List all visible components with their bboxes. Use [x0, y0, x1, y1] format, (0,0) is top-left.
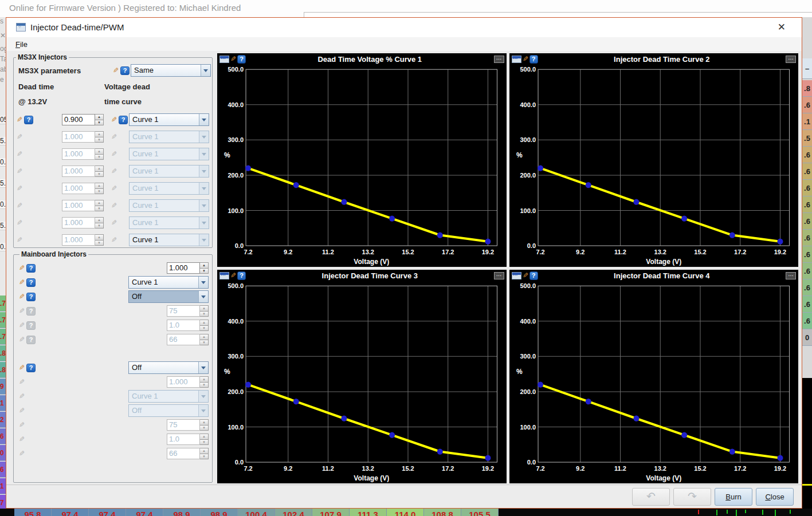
- bank-2-different-settings-select[interactable]: Off: [128, 361, 209, 374]
- spinner-buttons[interactable]: ▲ ▼: [95, 183, 104, 194]
- deadtime-C-input[interactable]: 1.000 ▲ ▼: [62, 148, 104, 160]
- edit-pencil-icon[interactable]: ✎: [230, 271, 236, 279]
- chart-plot-1[interactable]: 500.0400.0300.0200.0100.00.0%7.29.211.21…: [217, 65, 507, 267]
- dead-time-ms-input-value[interactable]: 1.000: [167, 376, 200, 388]
- spinner-buttons[interactable]: ▲ ▼: [200, 434, 209, 445]
- bank-1-dead-time-13-2v-ms-input[interactable]: 1.000 ▲ ▼: [167, 262, 209, 274]
- deadtime-C-input-value[interactable]: 1.000: [62, 148, 95, 160]
- spinner-buttons[interactable]: ▲ ▼: [95, 166, 104, 177]
- spinner-up-icon[interactable]: ▲: [200, 434, 208, 439]
- spinner-up-icon[interactable]: ▲: [200, 306, 208, 311]
- burn-button[interactable]: Burn: [715, 488, 752, 506]
- correction-curve-select[interactable]: Curve 1: [128, 276, 209, 289]
- spinner-up-icon[interactable]: ▲: [200, 334, 208, 340]
- dialog-titlebar[interactable]: Injector Dead-time/PWM ✕: [6, 18, 802, 37]
- chart-options-icon[interactable]: …: [786, 272, 796, 279]
- chevron-down-icon[interactable]: [198, 277, 208, 288]
- close-button[interactable]: Close: [756, 488, 794, 506]
- chart-window-icon[interactable]: [512, 272, 521, 279]
- edit-pencil-icon[interactable]: ✎: [15, 235, 24, 245]
- help-icon[interactable]: ?: [26, 364, 36, 372]
- pwm-time-threshold-ms-input-value[interactable]: 1.0: [167, 434, 200, 445]
- help-icon[interactable]: ?: [26, 321, 36, 330]
- deadtime-A-input[interactable]: 0.900 ▲ ▼: [62, 114, 104, 125]
- spinner-down-icon[interactable]: ▼: [95, 120, 103, 125]
- edit-pencil-icon[interactable]: ✎: [109, 167, 119, 176]
- injector-pwm-period-us-input-value[interactable]: 66: [167, 334, 200, 345]
- chevron-down-icon[interactable]: [199, 217, 209, 229]
- spinner-down-icon[interactable]: ▼: [200, 325, 208, 331]
- deadtime-E-input-value[interactable]: 1.000: [62, 183, 95, 194]
- edit-pencil-icon[interactable]: ✎: [109, 115, 119, 124]
- spinner-down-icon[interactable]: ▼: [200, 425, 208, 431]
- chevron-down-icon[interactable]: [199, 183, 209, 194]
- spinner-buttons[interactable]: ▲ ▼: [95, 148, 104, 160]
- spinner-down-icon[interactable]: ▼: [200, 454, 208, 459]
- help-icon[interactable]: ?: [26, 264, 36, 273]
- spinner-down-icon[interactable]: ▼: [95, 137, 103, 143]
- spinner-buttons[interactable]: ▲ ▼: [200, 262, 209, 274]
- edit-pencil-icon[interactable]: ✎: [17, 363, 26, 372]
- deadtime-B-input-value[interactable]: 1.000: [62, 131, 95, 143]
- chevron-down-icon[interactable]: [198, 405, 208, 416]
- correction-curve-select[interactable]: Curve 1: [128, 390, 209, 403]
- chevron-down-icon[interactable]: [199, 131, 209, 143]
- spinner-down-icon[interactable]: ▼: [95, 206, 103, 211]
- edit-pencil-icon[interactable]: ✎: [17, 263, 26, 273]
- spinner-up-icon[interactable]: ▲: [95, 183, 103, 188]
- spinner-down-icon[interactable]: ▼: [200, 439, 208, 445]
- injector-pwm-period-us-input[interactable]: 66 ▲ ▼: [167, 334, 209, 345]
- spinner-down-icon[interactable]: ▼: [95, 171, 103, 177]
- edit-pencil-icon[interactable]: ✎: [109, 132, 119, 141]
- help-icon[interactable]: ?: [237, 55, 246, 64]
- curve-select-F[interactable]: Curve 1: [129, 199, 209, 212]
- edit-pencil-icon[interactable]: ✎: [17, 406, 26, 415]
- chevron-down-icon[interactable]: [199, 166, 209, 177]
- deadtime-G-input[interactable]: 1.000 ▲ ▼: [62, 217, 104, 229]
- spinner-up-icon[interactable]: ▲: [95, 235, 103, 240]
- chevron-down-icon[interactable]: [199, 200, 209, 211]
- help-icon[interactable]: ?: [24, 116, 33, 124]
- deadtime-F-input-value[interactable]: 1.000: [62, 200, 95, 211]
- chart-options-icon[interactable]: …: [494, 272, 504, 279]
- spinner-buttons[interactable]: ▲ ▼: [200, 419, 209, 431]
- edit-pencil-icon[interactable]: ✎: [17, 420, 26, 430]
- spinner-up-icon[interactable]: ▲: [95, 218, 103, 223]
- edit-pencil-icon[interactable]: ✎: [109, 201, 119, 210]
- deadtime-H-input-value[interactable]: 1.000: [62, 234, 95, 246]
- chevron-down-icon[interactable]: [199, 148, 209, 160]
- edit-pencil-icon[interactable]: ✎: [17, 435, 26, 444]
- edit-pencil-icon[interactable]: ✎: [15, 184, 24, 193]
- spinner-buttons[interactable]: ▲ ▼: [200, 334, 209, 345]
- injector-pwm-period-us-input[interactable]: 66 ▲ ▼: [167, 448, 209, 459]
- spinner-buttons[interactable]: ▲ ▼: [200, 305, 209, 317]
- deadtime-E-input[interactable]: 1.000 ▲ ▼: [62, 183, 104, 194]
- spinner-down-icon[interactable]: ▼: [200, 382, 208, 388]
- spinner-down-icon[interactable]: ▼: [200, 311, 208, 317]
- spinner-up-icon[interactable]: ▲: [95, 149, 103, 154]
- help-icon[interactable]: ?: [26, 278, 36, 287]
- edit-pencil-icon[interactable]: ✎: [109, 149, 119, 159]
- help-icon[interactable]: ?: [26, 307, 36, 316]
- curve-select-D[interactable]: Curve 1: [129, 165, 209, 178]
- edit-pencil-icon[interactable]: ✎: [15, 218, 24, 227]
- injector-pwm-period-us-input-value[interactable]: 66: [167, 448, 200, 459]
- pwm-current-limiting-select[interactable]: Off: [128, 290, 209, 303]
- pwm-time-threshold-ms-input[interactable]: 1.0 ▲ ▼: [167, 320, 209, 331]
- edit-pencil-icon[interactable]: ✎: [230, 55, 236, 63]
- edit-pencil-icon[interactable]: ✎: [15, 115, 24, 124]
- chevron-down-icon[interactable]: [198, 391, 208, 402]
- edit-pencil-icon[interactable]: ✎: [17, 306, 26, 316]
- edit-pencil-icon[interactable]: ✎: [15, 201, 24, 210]
- deadtime-F-input[interactable]: 1.000 ▲ ▼: [62, 200, 104, 211]
- pwm-time-threshold-ms-input[interactable]: 1.0 ▲ ▼: [167, 434, 209, 445]
- help-icon[interactable]: ?: [26, 336, 36, 344]
- spinner-up-icon[interactable]: ▲: [200, 420, 208, 425]
- edit-pencil-icon[interactable]: ✎: [17, 377, 26, 387]
- spinner-buttons[interactable]: ▲ ▼: [95, 217, 104, 229]
- spinner-up-icon[interactable]: ▲: [200, 320, 208, 325]
- edit-pencil-icon[interactable]: ✎: [15, 132, 24, 141]
- help-icon[interactable]: ?: [529, 55, 538, 64]
- edit-pencil-icon[interactable]: ✎: [17, 392, 26, 401]
- edit-pencil-icon[interactable]: ✎: [15, 167, 24, 176]
